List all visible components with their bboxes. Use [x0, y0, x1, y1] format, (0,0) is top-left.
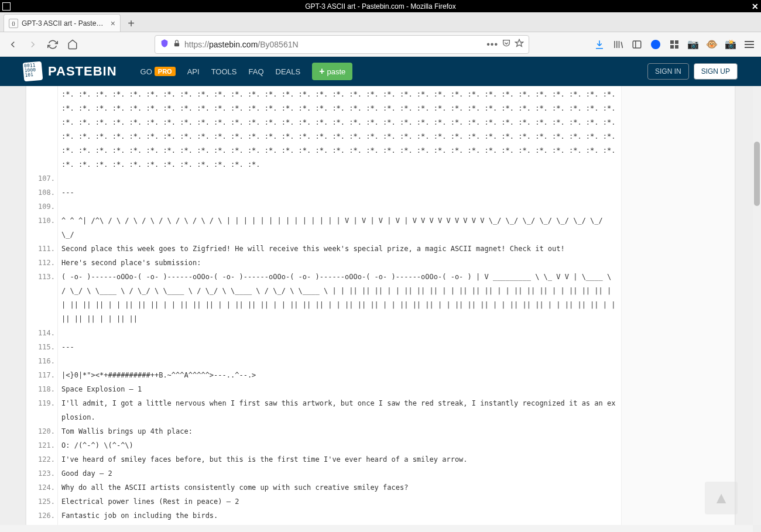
- code-line: [61, 326, 618, 340]
- pastebin-header: 0011 1000 101 PASTEBIN GO PRO API TOOLS …: [0, 57, 761, 86]
- pro-badge: PRO: [155, 67, 176, 76]
- sidebar-icon[interactable]: [630, 37, 644, 52]
- line-number: 117.: [26, 368, 55, 382]
- page-content: 107.108.109.110.111.112.113.114.115.116.…: [0, 86, 761, 532]
- code-line: Second place this week goes to Zigfried!…: [61, 242, 618, 256]
- line-number: 110.: [26, 214, 55, 242]
- nav-faq[interactable]: FAQ: [249, 67, 264, 76]
- extension-monkey-icon[interactable]: 🐵: [705, 37, 719, 52]
- line-number-gutter: 107.108.109.110.111.112.113.114.115.116.…: [26, 86, 58, 532]
- paste-container: 107.108.109.110.111.112.113.114.115.116.…: [26, 86, 735, 532]
- code-line: ---: [61, 186, 618, 200]
- line-number: 111.: [26, 242, 55, 256]
- line-number: 124.: [26, 480, 55, 495]
- vertical-scrollbar[interactable]: [753, 86, 761, 525]
- pocket-icon[interactable]: [502, 39, 511, 50]
- paste-btn-label: paste: [327, 67, 346, 76]
- code-line: :*. :*. :*. :*. :*. :*. :*. :*. :*. :*. …: [61, 87, 618, 171]
- line-number: 119.: [26, 396, 55, 424]
- forward-button[interactable]: [25, 36, 41, 53]
- code-line: Why do all the ASCII artists consistentl…: [61, 480, 618, 495]
- code-line: [61, 171, 618, 186]
- tab-close-icon[interactable]: ×: [111, 19, 115, 28]
- browser-tab[interactable]: {} GPT-3 ASCII art - Pastebin... ×: [4, 14, 121, 32]
- code-line: ---: [61, 340, 618, 354]
- line-number: 113.: [26, 270, 55, 326]
- window-icon: [2, 2, 11, 11]
- app-menu-button[interactable]: [742, 37, 756, 52]
- code-line: Electrical power lines (Rest in peace) –…: [61, 495, 618, 509]
- code-line: [61, 354, 618, 368]
- url-text: https://pastebin.com/By08561N: [184, 40, 483, 49]
- scroll-to-top-button[interactable]: ▲: [705, 482, 738, 514]
- nav-tools[interactable]: TOOLS: [211, 67, 237, 76]
- nav-api[interactable]: API: [187, 67, 200, 76]
- line-number: 123.: [26, 466, 55, 480]
- line-number: 125.: [26, 495, 55, 509]
- home-button[interactable]: [64, 36, 81, 53]
- line-number: 109.: [26, 200, 55, 214]
- line-number: 121.: [26, 438, 55, 452]
- back-button[interactable]: [5, 36, 21, 53]
- svg-rect-0: [174, 43, 179, 46]
- paste-sidebar: [621, 86, 735, 532]
- signup-button[interactable]: SIGN UP: [694, 63, 738, 80]
- nav-go-pro[interactable]: GO PRO: [140, 67, 176, 76]
- auth-buttons: SIGN IN SIGN UP: [647, 63, 738, 80]
- extension-camera-icon[interactable]: 📷: [686, 37, 700, 52]
- code-line: ^ ^ ^| /^\ / \ / \ / \ / \ / \ / \ / \ |…: [61, 214, 618, 242]
- nav-deals[interactable]: DEALS: [276, 67, 301, 76]
- line-number: 116.: [26, 354, 55, 368]
- pastebin-logo-icon: 0011 1000 101: [23, 61, 43, 82]
- tab-strip: {} GPT-3 ASCII art - Pastebin... × +: [0, 12, 761, 32]
- line-number: 112.: [26, 256, 55, 270]
- line-number: 108.: [26, 186, 55, 200]
- window-titlebar: GPT-3 ASCII art - Pastebin.com - Mozilla…: [0, 0, 761, 12]
- paste-code[interactable]: :*. :*. :*. :*. :*. :*. :*. :*. :*. :*. …: [58, 86, 621, 532]
- browser-toolbar: https://pastebin.com/By08561N ••• 📷 🐵 📸: [0, 32, 761, 57]
- library-icon[interactable]: [611, 37, 625, 52]
- extension-grid-icon[interactable]: [667, 37, 681, 52]
- line-number: 118.: [26, 382, 55, 396]
- code-line: Good day – 2: [61, 466, 618, 480]
- tab-title: GPT-3 ASCII art - Pastebin...: [22, 19, 107, 28]
- new-paste-button[interactable]: + paste: [312, 63, 352, 80]
- code-line: [61, 200, 618, 214]
- downloads-icon[interactable]: [592, 37, 606, 52]
- code-line: |<}0|*"><*+##########++B.~^^^A^^^^^>---.…: [61, 368, 618, 382]
- line-number: 115.: [26, 340, 55, 354]
- tab-favicon: {}: [9, 19, 18, 28]
- code-line: I'll admit, I got a little nervous when …: [61, 396, 618, 424]
- window-close-button[interactable]: ✕: [749, 0, 761, 12]
- signin-button[interactable]: SIGN IN: [647, 63, 689, 80]
- page-actions-icon[interactable]: •••: [486, 39, 498, 50]
- pastebin-nav: GO PRO API TOOLS FAQ DEALS + paste: [140, 63, 353, 80]
- pastebin-logo[interactable]: 0011 1000 101 PASTEBIN: [23, 62, 117, 81]
- line-number: 120.: [26, 424, 55, 438]
- scrollbar-thumb[interactable]: [754, 142, 760, 206]
- code-line: I've heard of smiley faces before, but t…: [61, 452, 618, 466]
- svg-rect-1: [633, 41, 641, 48]
- bookmark-star-icon[interactable]: [515, 39, 524, 50]
- code-line: Fantastic job on including the birds.: [61, 509, 618, 523]
- horizontal-scrollbar[interactable]: [0, 525, 753, 532]
- line-number: 126.: [26, 509, 55, 523]
- extension-screenshot-icon[interactable]: 📸: [724, 37, 738, 52]
- nav-go-label: GO: [140, 67, 152, 76]
- window-title: GPT-3 ASCII art - Pastebin.com - Mozilla…: [305, 2, 455, 11]
- line-number: [26, 87, 55, 171]
- pastebin-logo-text: PASTEBIN: [48, 64, 117, 79]
- code-line: O: /(^-^) \(^-^\): [61, 438, 618, 452]
- shield-icon[interactable]: [160, 39, 169, 50]
- extension-circle-icon[interactable]: [649, 37, 663, 52]
- address-bar[interactable]: https://pastebin.com/By08561N •••: [155, 35, 529, 54]
- code-line: Here's second place's submission:: [61, 256, 618, 270]
- plus-icon: +: [319, 66, 324, 77]
- paste-main: 107.108.109.110.111.112.113.114.115.116.…: [26, 86, 621, 532]
- line-number: 107.: [26, 171, 55, 186]
- reload-button[interactable]: [44, 36, 61, 53]
- new-tab-button[interactable]: +: [123, 15, 139, 32]
- code-line: Space Explosion – 1: [61, 382, 618, 396]
- code-line: Tom Wallis brings up 4th place:: [61, 424, 618, 438]
- lock-icon[interactable]: [173, 39, 181, 50]
